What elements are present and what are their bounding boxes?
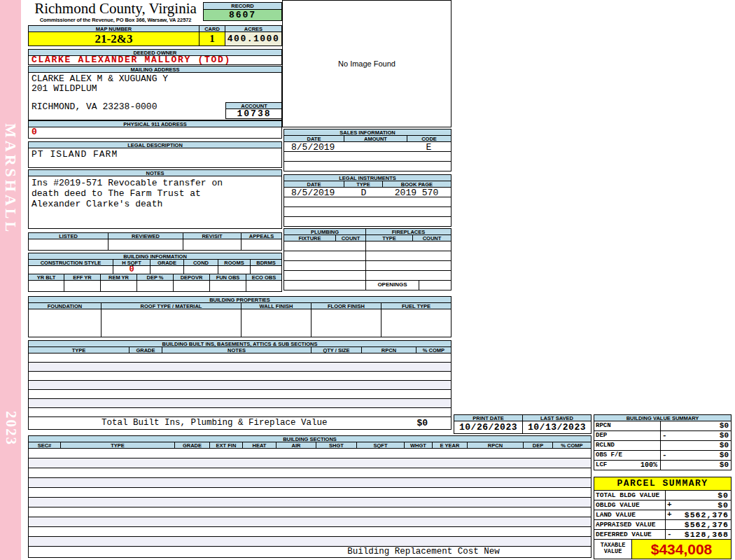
empty-row bbox=[28, 353, 451, 363]
empty-row bbox=[28, 371, 451, 381]
building-information-section: BUILDING INFORMATION CONSTRUCTION STYLE … bbox=[28, 253, 282, 292]
bvs-rpcn-label: RPCN bbox=[594, 421, 661, 431]
taxable-label-line2: VALUE bbox=[594, 549, 631, 555]
bi-grade-header: GRADE bbox=[129, 346, 162, 354]
ps-appraised-label: APPRAISED VALUE bbox=[594, 519, 666, 530]
instrument-type-header: TYPE bbox=[344, 181, 383, 188]
yrblt-value bbox=[28, 280, 64, 292]
sales-code-value: E bbox=[407, 142, 451, 151]
account-value: 10738 bbox=[225, 108, 282, 119]
sales-information-section: SALES INFORMATION DATE AMOUNT CODE 8/5/2… bbox=[284, 129, 451, 172]
sales-code-header: CODE bbox=[407, 135, 451, 142]
notes-line-3: Alexander Clarke's death bbox=[29, 199, 281, 209]
physical-address-section: PHYSICAL 911 ADDRESS 0 bbox=[28, 120, 282, 139]
ps-totalbldg-value: $0 bbox=[673, 491, 731, 500]
empty-row bbox=[28, 458, 592, 468]
empty-row bbox=[284, 161, 451, 172]
building-properties-section: BUILDING PROPERTIES FOUNDATION ROOF TYPE… bbox=[28, 296, 451, 337]
sales-row: 8/5/2019 E bbox=[284, 141, 451, 152]
building-sections-table: BUILDING SECTIONS SEC# TYPE GRADE EXT FI… bbox=[28, 435, 592, 558]
sales-amount-header: AMOUNT bbox=[344, 135, 407, 142]
bs-shgt-header: SHGT bbox=[316, 442, 357, 449]
remyr-value bbox=[100, 280, 137, 292]
ps-appraised-cell: $562,376 bbox=[665, 519, 732, 530]
legal-description-section: LEGAL DESCRIPTION PT ISLAND FARM bbox=[28, 141, 282, 168]
ps-land-cell: + $562,376 bbox=[665, 510, 732, 520]
bs-comp-header: % COMP bbox=[552, 442, 592, 449]
empty-row bbox=[284, 197, 451, 207]
building-sections-footer: Building Replacement Cost New bbox=[28, 546, 592, 558]
empty-row bbox=[284, 261, 365, 271]
physical-address-value: 0 bbox=[28, 127, 282, 139]
bs-grade-header: GRADE bbox=[174, 442, 210, 449]
record-value: 8607 bbox=[203, 9, 282, 21]
sales-amount-value bbox=[344, 142, 407, 151]
ps-land-value: $562,376 bbox=[673, 510, 731, 519]
bs-rpcn-header: RPCN bbox=[467, 442, 524, 449]
ps-deferred-label: DEFERRED VALUE bbox=[594, 529, 666, 540]
deeded-owner-value: CLARKE ALEXANDER MALLORY (TOD) bbox=[28, 55, 282, 65]
empty-row bbox=[28, 477, 592, 488]
empty-row bbox=[284, 241, 365, 251]
bvs-lcf-value-cell: $0 bbox=[660, 460, 732, 470]
bi-notes-header: NOTES bbox=[162, 346, 312, 354]
mailing-line-1: CLARKE ALEX M & XUGUANG Y bbox=[29, 73, 281, 84]
bs-heat-header: HEAT bbox=[242, 442, 276, 449]
record-box: RECORD 8607 bbox=[203, 2, 282, 21]
property-record-card: MARSHALL 2023 Richmond County, Virginia … bbox=[0, 0, 735, 560]
legal-description-value: PT ISLAND FARM bbox=[28, 148, 282, 168]
map-card-acres: MAP NUMBER CARD ACRES 21-2&3 1 400.1000 bbox=[28, 25, 282, 46]
built-ins-total-label: Total Built Ins, Plumbing & Fireplace Va… bbox=[102, 417, 328, 429]
empty-row bbox=[28, 526, 592, 537]
instrument-bookpage-value: 2019 570 bbox=[382, 188, 451, 197]
bvs-obs-value: $0 bbox=[668, 451, 731, 460]
ps-obldg-cell: + $0 bbox=[665, 500, 732, 510]
empty-row bbox=[284, 151, 451, 162]
building-value-summary: BUILDING VALUE SUMMARY RPCN $0 DEP - $0 … bbox=[594, 414, 732, 470]
bvs-lcf-cell: LCF 100% bbox=[594, 460, 661, 470]
notes-line-2: death deed to The Farm Trust at bbox=[29, 188, 281, 199]
bvs-rclnd-label: RCLND bbox=[594, 440, 661, 451]
bi-qty-header: QTY / SIZE bbox=[311, 346, 362, 354]
county-header: Richmond County, Virginia Commissioner o… bbox=[28, 1, 203, 23]
ps-deferred-value: $128,368 bbox=[673, 530, 731, 539]
bvs-lcf-label: LCF bbox=[596, 461, 607, 470]
empty-row bbox=[28, 497, 592, 507]
sidebar-vendor-label: MARSHALL bbox=[0, 114, 21, 244]
instrument-row: 8/5/2019 D 2019 570 bbox=[284, 187, 451, 197]
instrument-bookpage-header: BOOK PAGE bbox=[382, 181, 451, 188]
parcel-summary-label: PARCEL SUMMARY bbox=[594, 477, 732, 491]
ps-obldg-label: OBLDG VALUE bbox=[594, 500, 666, 510]
openings-value bbox=[419, 281, 451, 290]
bvs-rclnd-value: $0 bbox=[668, 441, 731, 450]
print-date-value: 10/26/2023 bbox=[454, 421, 523, 434]
bvs-obs-cell: - $0 bbox=[660, 450, 732, 461]
bs-extfin-header: EXT FIN bbox=[209, 442, 243, 449]
empty-row bbox=[366, 271, 451, 281]
county-title: Richmond County, Virginia bbox=[28, 1, 203, 17]
appeals-value bbox=[241, 239, 282, 251]
empty-row bbox=[366, 241, 451, 251]
bvs-rclnd-cell: $0 bbox=[660, 440, 732, 451]
taxable-label: TAXABLE VALUE bbox=[594, 539, 632, 559]
taxable-value: $434,008 bbox=[631, 539, 732, 559]
print-info-section: PRINT DATE LAST SAVED 10/26/2023 10/13/2… bbox=[454, 414, 592, 434]
bs-eyear-header: E YEAR bbox=[432, 442, 468, 449]
fuel-type-value bbox=[381, 309, 451, 337]
sidebar-year-label: 2023 bbox=[0, 400, 21, 456]
openings-label: OPENINGS bbox=[366, 281, 419, 290]
bs-air-header: AIR bbox=[276, 442, 316, 449]
bvs-dep-label: DEP bbox=[594, 430, 661, 441]
roof-value bbox=[101, 309, 241, 337]
empty-row bbox=[366, 261, 451, 271]
funobs-value bbox=[209, 280, 246, 292]
bvs-obs-label: OBS F/E bbox=[594, 450, 661, 461]
account-box: ACCOUNT 10738 bbox=[225, 102, 282, 119]
built-ins-total-row: Total Built Ins, Plumbing & Fireplace Va… bbox=[28, 416, 451, 430]
empty-row bbox=[28, 380, 451, 390]
bvs-dep-cell: - $0 bbox=[660, 430, 732, 441]
plumbing-fireplaces-section: PLUMBING FIREPLACES FIXTURE COUNT TYPE C… bbox=[284, 228, 451, 290]
bi-type-header: TYPE bbox=[28, 346, 130, 354]
bvs-rpcn-value: $0 bbox=[668, 421, 731, 430]
plumbing-body bbox=[284, 241, 366, 290]
